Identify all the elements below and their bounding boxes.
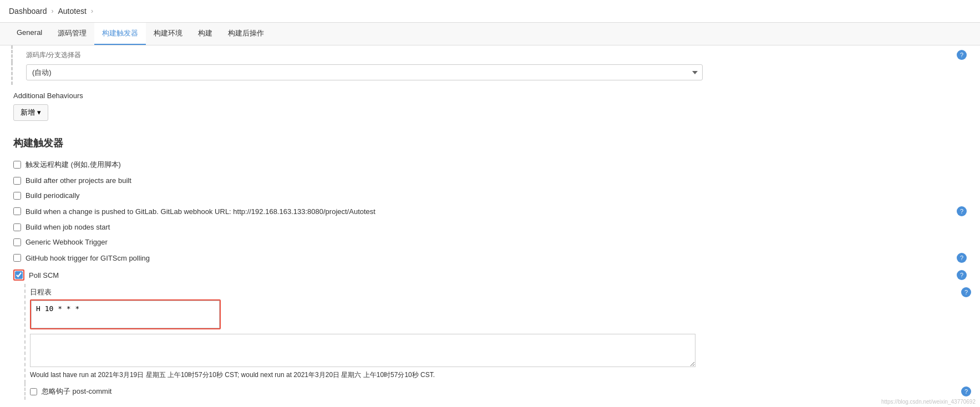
checkbox-row-poll-scm: Poll SCM ?: [0, 266, 980, 284]
branch-selector-dropdown[interactable]: (自动): [26, 64, 703, 80]
checkbox-github-hook[interactable]: [13, 254, 21, 262]
add-button[interactable]: 新增 ▾: [13, 104, 48, 121]
schedule-section: 日程表 ? H 10 * * * Would last have run at …: [24, 284, 980, 383]
run-info: Would last have run at 2021年3月19日 星期五 上午…: [30, 370, 980, 380]
checkbox-text-periodically: Build periodically: [26, 191, 80, 200]
schedule-textarea[interactable]: H 10 * * *: [31, 301, 220, 328]
checkbox-row-remote-build: 触发远程构建 (例如,使用脚本): [0, 156, 980, 173]
breadcrumb: Dashboard › Autotest ›: [0, 0, 980, 23]
ignore-post-commit-label[interactable]: 忽略钩子 post-commit: [30, 386, 111, 396]
additional-behaviours-section: Additional Behaviours 新增 ▾: [0, 85, 980, 128]
schedule-textarea-wrapper: H 10 * * *: [30, 299, 221, 329]
checkbox-after-projects[interactable]: [13, 177, 21, 185]
tab-build-trigger[interactable]: 构建触发器: [94, 23, 146, 45]
ignore-post-commit-help-icon[interactable]: ?: [961, 386, 971, 396]
schedule-textarea-full[interactable]: [30, 334, 695, 367]
build-env-title: 构建环境: [0, 400, 980, 407]
checkbox-poll-scm[interactable]: [15, 271, 23, 279]
ignore-post-commit-row: 忽略钩子 post-commit ?: [24, 383, 980, 400]
checkbox-text-ignore-post-commit: 忽略钩子 post-commit: [42, 386, 111, 396]
checkbox-row-after-projects: Build after other projects are built: [0, 173, 980, 188]
checkbox-label-gitlab[interactable]: Build when a change is pushed to GitLab.…: [13, 207, 957, 216]
checkbox-text-job-nodes: Build when job nodes start: [26, 223, 110, 231]
content-area: 源码库/分支选择器 ? (自动) Additional Behaviours 新…: [0, 45, 980, 407]
checkbox-text-generic-webhook: Generic Webhook Trigger: [26, 238, 108, 246]
build-trigger-title: 构建触发器: [0, 128, 980, 156]
watermark: https://blog.csdn.net/weixin_43770692: [881, 399, 976, 405]
checkbox-label-generic-webhook[interactable]: Generic Webhook Trigger: [13, 238, 967, 246]
checkbox-row-github-hook: GitHub hook trigger for GITScm polling ?: [0, 250, 980, 266]
gitlab-help-icon[interactable]: ?: [957, 206, 967, 216]
checkbox-label-remote-build[interactable]: 触发远程构建 (例如,使用脚本): [13, 160, 967, 170]
checkbox-text-poll-scm: Poll SCM: [29, 271, 59, 279]
checkbox-gitlab[interactable]: [13, 207, 21, 215]
checkbox-row-generic-webhook: Generic Webhook Trigger: [0, 235, 980, 250]
checkbox-text-remote-build: 触发远程构建 (例如,使用脚本): [26, 160, 121, 170]
schedule-help-icon[interactable]: ?: [961, 287, 971, 297]
checkbox-label-periodically[interactable]: Build periodically: [13, 191, 967, 200]
checkbox-periodically[interactable]: [13, 192, 21, 200]
checkbox-label-github-hook[interactable]: GitHub hook trigger for GITScm polling: [13, 254, 957, 262]
checkbox-job-nodes[interactable]: [13, 223, 21, 231]
checkbox-row-periodically: Build periodically: [0, 188, 980, 203]
checkbox-generic-webhook[interactable]: [13, 238, 21, 246]
checkbox-text-after-projects: Build after other projects are built: [26, 176, 131, 185]
breadcrumb-dashboard[interactable]: Dashboard: [9, 7, 47, 16]
tab-post-build[interactable]: 构建后操作: [220, 23, 272, 45]
github-hook-help-icon[interactable]: ?: [957, 253, 967, 263]
checkbox-label-job-nodes[interactable]: Build when job nodes start: [13, 223, 967, 231]
main-container: General 源码管理 构建触发器 构建环境 构建 构建后操作 源码库/分支选…: [0, 23, 980, 407]
additional-behaviours-label: Additional Behaviours: [13, 91, 967, 100]
checkbox-row-job-nodes: Build when job nodes start: [0, 220, 980, 235]
schedule-label: 日程表: [30, 287, 52, 297]
tab-build-env[interactable]: 构建环境: [146, 23, 190, 45]
schedule-label-row: 日程表 ?: [30, 287, 980, 299]
breadcrumb-sep-2: ›: [91, 7, 93, 15]
checkbox-label-poll-scm[interactable]: Poll SCM: [13, 269, 957, 281]
tab-build[interactable]: 构建: [190, 23, 220, 45]
checkbox-ignore-post-commit[interactable]: [30, 388, 37, 395]
tab-source[interactable]: 源码管理: [50, 23, 94, 45]
checkbox-text-gitlab: Build when a change is pushed to GitLab.…: [26, 207, 375, 216]
checkbox-remote-build[interactable]: [13, 161, 21, 169]
tabs-bar: General 源码管理 构建触发器 构建环境 构建 构建后操作: [0, 23, 980, 45]
breadcrumb-autotest[interactable]: Autotest: [58, 7, 87, 16]
scrolled-help-icon[interactable]: ?: [957, 50, 967, 60]
breadcrumb-sep-1: ›: [52, 7, 54, 15]
checkbox-text-github-hook: GitHub hook trigger for GITScm polling: [26, 254, 150, 262]
poll-scm-help-icon[interactable]: ?: [957, 270, 967, 280]
checkbox-label-after-projects[interactable]: Build after other projects are built: [13, 176, 967, 185]
checkbox-row-gitlab: Build when a change is pushed to GitLab.…: [0, 203, 980, 220]
tab-general[interactable]: General: [9, 23, 50, 45]
scrolled-section-label: 源码库/分支选择器: [26, 50, 81, 60]
